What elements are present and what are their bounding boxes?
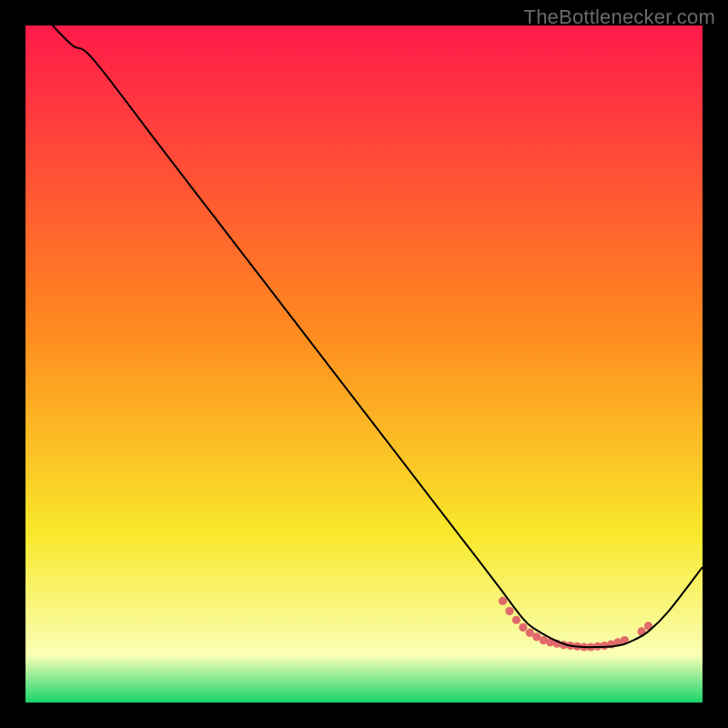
plot-area xyxy=(25,25,703,703)
gradient-background xyxy=(25,25,703,703)
trough-marker xyxy=(499,597,507,605)
trough-marker xyxy=(512,616,521,624)
trough-marker xyxy=(519,623,527,632)
chart-frame: TheBottlenecker.com xyxy=(0,0,728,728)
trough-marker xyxy=(505,607,513,615)
chart-svg xyxy=(25,25,703,703)
